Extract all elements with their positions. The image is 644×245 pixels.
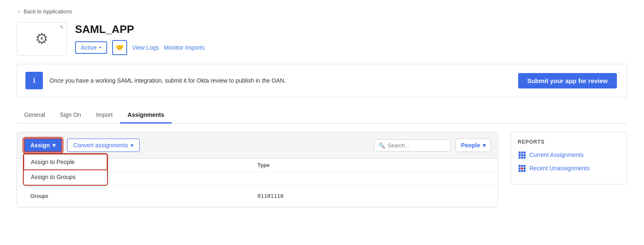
status-button[interactable]: Active ▾ xyxy=(75,41,107,54)
people-chevron: ▾ xyxy=(483,142,486,149)
toolbar: Assign ▾ Assign to People Assign to Grou… xyxy=(17,132,498,159)
search-icon: 🔍 xyxy=(378,142,385,149)
monitor-imports-link[interactable]: Monitor Imports xyxy=(164,44,204,51)
status-chevron: ▾ xyxy=(99,45,101,50)
col-type-header: Type xyxy=(258,162,491,168)
status-label: Active xyxy=(81,44,97,51)
assign-dropdown-wrapper: Assign ▾ Assign to People Assign to Grou… xyxy=(24,138,62,152)
convert-label: Convert assignments xyxy=(73,142,128,149)
groups-row: Groups 01101110 xyxy=(17,185,498,207)
reports-title: REPORTS xyxy=(518,139,620,145)
convert-chevron: ▾ xyxy=(130,142,133,149)
tab-import[interactable]: Import xyxy=(88,107,120,124)
edit-icon[interactable]: ✎ xyxy=(60,24,64,30)
grid-icon-blue xyxy=(519,152,526,159)
app-header: ✎ ⚙ SAML_APP Active ▾ 🤝 View Logs Monito… xyxy=(17,22,627,56)
banner-text: Once you have a working SAML integration… xyxy=(50,77,286,84)
handshake-icon-box[interactable]: 🤝 xyxy=(112,40,127,55)
reports-card: REPORTS xyxy=(511,132,627,184)
assign-label: Assign xyxy=(30,142,50,149)
recent-unassignments-label: Recent Unassignments xyxy=(529,165,590,172)
back-link[interactable]: ← Back to Applications xyxy=(17,8,627,15)
info-banner-right: Submit your app for review xyxy=(508,66,627,96)
info-banner: i Once you have a working SAML integrati… xyxy=(17,64,627,97)
current-assignments-link[interactable]: Current Assignments xyxy=(518,151,620,159)
info-banner-left: i Once you have a working SAML integrati… xyxy=(17,64,294,97)
people-label: People xyxy=(461,142,480,149)
main-panel: Assign ▾ Assign to People Assign to Grou… xyxy=(17,132,498,207)
app-icon-box: ✎ ⚙ xyxy=(17,22,67,56)
tab-sign-on[interactable]: Sign On xyxy=(53,107,89,124)
app-name: SAML_APP xyxy=(75,23,205,36)
search-box: 🔍 xyxy=(374,139,451,152)
convert-assignments-button[interactable]: Convert assignments ▾ xyxy=(67,139,140,152)
info-icon: i xyxy=(25,72,43,89)
people-filter-button[interactable]: People ▾ xyxy=(456,139,491,152)
groups-label: Groups xyxy=(24,189,258,203)
assign-to-people-item[interactable]: Assign to People xyxy=(24,154,107,169)
recent-unassignments-icon xyxy=(518,164,526,172)
submit-review-button[interactable]: Submit your app for review xyxy=(518,73,617,88)
app-info: SAML_APP Active ▾ 🤝 View Logs Monitor Im… xyxy=(75,23,205,55)
assign-chevron: ▾ xyxy=(53,142,55,149)
reports-panel: REPORTS xyxy=(511,132,627,207)
page-wrapper: ← Back to Applications ✎ ⚙ SAML_APP Acti… xyxy=(0,0,644,245)
assign-button[interactable]: Assign ▾ xyxy=(24,138,62,152)
handshake-icon: 🤝 xyxy=(115,43,124,51)
app-actions: Active ▾ 🤝 View Logs Monitor Imports xyxy=(75,40,205,55)
tab-assignments[interactable]: Assignments xyxy=(120,107,172,124)
grid-icon-red xyxy=(519,165,526,172)
binary-code: 01101110 xyxy=(258,193,491,199)
recent-unassignments-link[interactable]: Recent Unassignments xyxy=(518,164,620,172)
assign-dropdown-menu: Assign to People Assign to Groups xyxy=(24,154,107,185)
gear-icon: ⚙ xyxy=(35,30,48,48)
tabs: General Sign On Import Assignments xyxy=(17,107,627,124)
view-logs-link[interactable]: View Logs xyxy=(132,44,159,51)
current-assignments-label: Current Assignments xyxy=(529,152,584,158)
search-input[interactable] xyxy=(388,142,446,149)
content-area: Assign ▾ Assign to People Assign to Grou… xyxy=(17,132,627,207)
tab-general[interactable]: General xyxy=(17,107,53,124)
assign-to-groups-item[interactable]: Assign to Groups xyxy=(24,169,107,184)
back-arrow: ← Back to Applications xyxy=(17,8,72,15)
current-assignments-icon xyxy=(518,151,526,159)
